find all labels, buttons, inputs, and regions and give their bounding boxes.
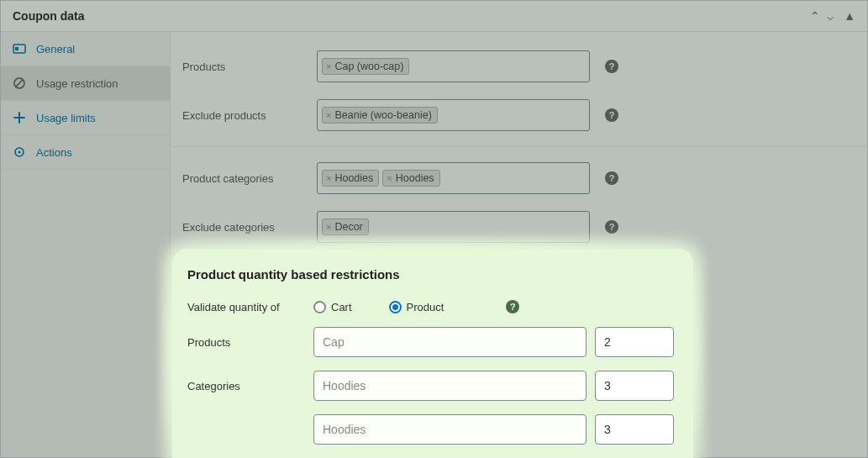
categories-qty-row: Categories Hoodies 3 [187, 371, 676, 401]
svg-line-3 [16, 80, 23, 87]
sidebar-item-label: Actions [36, 146, 72, 159]
row-label: Products [187, 336, 313, 349]
radio-cart[interactable]: Cart [313, 301, 352, 313]
radio-label: Product [407, 301, 445, 313]
products-select[interactable]: Cap [313, 327, 587, 357]
product-categories-input[interactable]: ×Hoodies ×Hoodies [317, 162, 590, 194]
remove-tag-icon[interactable]: × [326, 110, 331, 120]
sidebar-item-label: Usage limits [36, 112, 96, 124]
categories-qty-row-2: Hoodies 3 [187, 414, 676, 445]
categories-select[interactable]: Hoodies [313, 371, 587, 401]
divider [171, 146, 867, 147]
field-exclude-products: Exclude products ×Beanie (woo-beanie) ? [171, 91, 867, 140]
id-card-icon [13, 42, 26, 55]
sidebar-item-usage-restriction[interactable]: Usage restriction [1, 66, 170, 101]
products-input[interactable]: ×Cap (woo-cap) [317, 50, 590, 82]
field-label: Exclude categories [182, 221, 308, 234]
radio-group: Cart Product ? [313, 300, 519, 313]
radio-icon [389, 301, 402, 313]
categories-qty-input[interactable]: 3 [595, 371, 674, 401]
chevron-up-icon[interactable]: ⌃ [810, 9, 820, 23]
tag-label: Decor [334, 221, 362, 233]
tag-label: Hoodies [396, 172, 434, 184]
remove-tag-icon[interactable]: × [326, 173, 331, 183]
highlight-title: Product quantity based restrictions [187, 267, 676, 282]
radio-dot-icon [392, 304, 398, 310]
sidebar-item-usage-limits[interactable]: Usage limits [1, 101, 170, 135]
categories-select[interactable]: Hoodies [313, 414, 587, 445]
ban-icon [13, 76, 26, 90]
qty-value: 3 [604, 379, 611, 392]
sidebar-item-actions[interactable]: Actions [1, 135, 170, 170]
tag-hoodies[interactable]: ×Hoodies [322, 170, 379, 187]
highlight-section: Product quantity based restrictions Vali… [172, 249, 693, 458]
tag-cap[interactable]: ×Cap (woo-cap) [322, 58, 409, 75]
qty-value: 3 [604, 423, 611, 436]
field-product-categories: Product categories ×Hoodies ×Hoodies ? [171, 154, 867, 203]
validate-label: Validate quantity of [187, 301, 313, 313]
help-icon[interactable]: ? [506, 300, 519, 313]
select-value: Cap [323, 335, 345, 349]
tag-beanie[interactable]: ×Beanie (woo-beanie) [322, 107, 438, 124]
products-qty-row: Products Cap 2 [187, 327, 676, 357]
exclude-products-input[interactable]: ×Beanie (woo-beanie) [317, 99, 590, 131]
chevron-down-icon[interactable]: ⌵ [827, 9, 834, 23]
qty-value: 2 [604, 335, 611, 349]
gear-icon [13, 145, 26, 159]
tag-decor[interactable]: ×Decor [322, 218, 369, 235]
sidebar-item-label: General [36, 43, 75, 55]
svg-rect-1 [15, 47, 18, 50]
exclude-categories-input[interactable]: ×Decor [317, 211, 590, 243]
select-value: Hoodies [323, 379, 366, 392]
help-icon[interactable]: ? [605, 60, 618, 73]
field-products: Products ×Cap (woo-cap) ? [171, 42, 867, 91]
tag-label: Cap (woo-cap) [334, 61, 403, 72]
plus-icon [13, 111, 26, 124]
sidebar: General Usage restriction Usage limits A… [1, 32, 171, 457]
tag-label: Beanie (woo-beanie) [334, 109, 431, 121]
categories-qty-input[interactable]: 3 [595, 414, 674, 445]
field-exclude-categories: Exclude categories ×Decor ? [171, 203, 867, 251]
help-icon[interactable]: ? [605, 108, 618, 122]
tag-hoodies[interactable]: ×Hoodies [382, 170, 439, 187]
field-label: Products [182, 61, 308, 73]
products-qty-input[interactable]: 2 [595, 327, 674, 357]
radio-label: Cart [331, 301, 352, 313]
remove-tag-icon[interactable]: × [326, 222, 331, 232]
panel-title: Coupon data [13, 9, 810, 23]
select-value: Hoodies [323, 423, 366, 436]
row-label: Categories [187, 380, 313, 392]
help-icon[interactable]: ? [605, 220, 618, 234]
help-icon[interactable]: ? [605, 171, 618, 185]
remove-tag-icon[interactable]: × [387, 173, 392, 183]
radio-icon [313, 301, 326, 313]
field-label: Product categories [182, 172, 308, 185]
panel-controls: ⌃ ⌵ ▲ [810, 9, 855, 23]
tag-label: Hoodies [334, 172, 373, 184]
panel-header: Coupon data ⌃ ⌵ ▲ [1, 1, 867, 32]
sidebar-item-general[interactable]: General [1, 32, 170, 66]
radio-product[interactable]: Product [389, 301, 445, 313]
validate-quantity-row: Validate quantity of Cart Product ? [187, 300, 676, 313]
field-label: Exclude products [182, 109, 308, 122]
collapse-icon[interactable]: ▲ [844, 9, 855, 23]
remove-tag-icon[interactable]: × [326, 61, 331, 71]
svg-point-5 [18, 150, 20, 153]
sidebar-item-label: Usage restriction [36, 77, 118, 90]
